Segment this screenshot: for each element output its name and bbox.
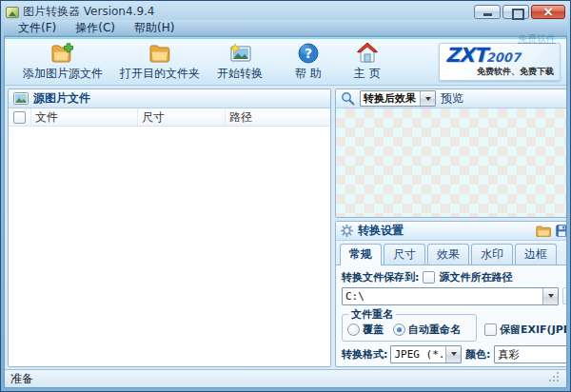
keep-exif-option[interactable]: 保留EXIF(JPEG) (484, 323, 566, 337)
open-destination-folder-button[interactable]: 打开目的文件夹 (111, 40, 208, 84)
home-icon (355, 42, 380, 65)
maximize-button[interactable] (502, 5, 529, 19)
tool-label: 添加图片源文件 (23, 66, 103, 82)
help-icon: ? (296, 42, 321, 65)
picture-icon (13, 92, 29, 105)
save-to-label: 转换文件保存到: (342, 270, 419, 284)
toolbar: 添加图片源文件 打开目的文件夹 (5, 39, 566, 86)
quality-select[interactable]: 90 (494, 367, 566, 368)
close-button[interactable] (531, 5, 565, 19)
keep-exif-label: 保留EXIF(JPEG) (500, 323, 566, 337)
preview-mode-value: 转换后效果 (361, 91, 420, 106)
logo-brand: ZXT (445, 44, 486, 67)
color-label: 颜色: (465, 347, 490, 362)
app-icon (6, 7, 19, 18)
settings-tabs: 常规 尺寸 效果 水印 边框 (336, 241, 566, 265)
resize-grip[interactable] (548, 371, 561, 386)
tool-label: 开始转换 (217, 66, 263, 82)
tab-watermark[interactable]: 水印 (471, 244, 513, 265)
convert-image-icon (227, 42, 252, 65)
folder-add-icon (50, 42, 75, 65)
tool-label: 主 页 (354, 66, 381, 82)
tool-label: 帮 助 (295, 66, 322, 82)
add-source-files-button[interactable]: 添加图片源文件 (14, 40, 111, 84)
start-convert-button[interactable]: 开始转换 (208, 40, 271, 84)
overwrite-radio-option[interactable]: 覆盖 (347, 323, 384, 337)
minimize-button[interactable] (474, 5, 501, 19)
preview-panel-header: 转换后效果 预览 (336, 89, 566, 108)
menu-file[interactable]: 文件(F) (10, 19, 65, 37)
source-path-checkbox-label[interactable]: 源文件所在路径 (439, 270, 512, 284)
auto-rename-radio-option[interactable]: 自动重命名 (393, 323, 461, 337)
overwrite-radio[interactable] (347, 323, 360, 336)
destination-path-value: C:\ (343, 290, 542, 303)
settings-panel-title: 转换设置 (358, 223, 404, 239)
destination-path-select[interactable]: C:\ (342, 287, 559, 305)
source-panel-title: 源图片文件 (33, 90, 90, 107)
color-depth-value: 真彩 (495, 347, 566, 362)
menu-help[interactable]: 帮助(H) (126, 19, 183, 37)
settings-general-tab-content: 转换文件保存到: 源文件所在路径 C:\ (336, 265, 566, 367)
status-text: 准备 (10, 371, 33, 387)
magnifier-icon (341, 91, 355, 106)
column-file[interactable]: 文件 (31, 108, 138, 126)
tab-border[interactable]: 边框 (515, 244, 557, 265)
tool-label: 打开目的文件夹 (120, 66, 200, 82)
format-select[interactable]: JPEG (*.jp (390, 345, 462, 363)
logo-year: 2007 (486, 50, 521, 65)
client-frame: 添加图片源文件 打开目的文件夹 (4, 36, 567, 388)
home-button[interactable]: 主 页 (345, 40, 389, 84)
app-window: 图片转换器 Version4.9.4 文件(F) 操作(C) 帮助(H) (0, 0, 571, 392)
settings-panel-header: 转换设置 (336, 222, 566, 241)
title-bar[interactable]: 图片转换器 Version4.9.4 (4, 4, 567, 20)
tab-effects[interactable]: 效果 (427, 244, 469, 265)
file-list-column-header: 文件 尺寸 路径 (9, 108, 330, 127)
load-settings-folder-icon[interactable] (536, 225, 551, 237)
keep-exif-checkbox[interactable] (484, 323, 497, 336)
status-bar: 准备 (5, 369, 566, 387)
column-size[interactable]: 尺寸 (138, 108, 226, 126)
menu-bar: 文件(F) 操作(C) 帮助(H) (4, 20, 567, 36)
help-button[interactable]: ? 帮 助 (286, 40, 330, 84)
tab-size[interactable]: 尺寸 (384, 244, 425, 265)
select-all-checkbox[interactable] (13, 111, 26, 124)
source-panel-header: 源图片文件 (9, 89, 330, 108)
color-depth-select[interactable]: 真彩 (494, 345, 566, 363)
preview-mode-select[interactable]: 转换后效果 (360, 90, 436, 107)
preview-panel: 转换后效果 预览 (335, 88, 566, 218)
corner-link[interactable]: 免费软件 (518, 32, 556, 46)
chevron-down-icon[interactable] (445, 346, 461, 363)
tab-general[interactable]: 常规 (340, 244, 382, 265)
browse-folder-button[interactable] (562, 287, 566, 304)
convert-settings-panel: 转换设置 (335, 221, 566, 367)
chevron-down-icon[interactable] (420, 91, 435, 106)
preview-button[interactable]: 预览 (441, 90, 463, 107)
source-path-checkbox[interactable] (423, 271, 435, 284)
menu-operate[interactable]: 操作(C) (67, 19, 124, 37)
source-files-panel: 源图片文件 文件 尺寸 路径 (8, 88, 331, 367)
chevron-down-icon[interactable] (542, 288, 558, 304)
logo-tagline: 免费软件、免费下载 (445, 66, 554, 78)
column-path[interactable]: 路径 (226, 108, 330, 126)
format-label: 转换格式: (342, 347, 387, 362)
preview-checkerboard (336, 108, 566, 217)
gear-icon (341, 225, 353, 237)
file-rename-group: 文件重名 覆盖 自动重命名 (342, 314, 477, 342)
auto-rename-radio[interactable] (393, 323, 405, 336)
file-rename-group-title: 文件重名 (348, 307, 396, 322)
folder-open-icon (148, 42, 172, 65)
window-title: 图片转换器 Version4.9.4 (23, 4, 154, 20)
save-settings-icon[interactable] (556, 225, 566, 237)
auto-rename-label: 自动重命名 (408, 323, 461, 337)
file-list[interactable] (9, 127, 330, 366)
svg-text:?: ? (305, 46, 312, 61)
format-value: JPEG (*.jp (391, 348, 445, 361)
overwrite-label: 覆盖 (363, 323, 384, 337)
workspace: 源图片文件 文件 尺寸 路径 (5, 86, 566, 369)
right-column: 转换后效果 预览 (335, 88, 566, 367)
zxt-logo: 免费软件 ZXT2007 免费软件、免费下载 (439, 43, 561, 81)
